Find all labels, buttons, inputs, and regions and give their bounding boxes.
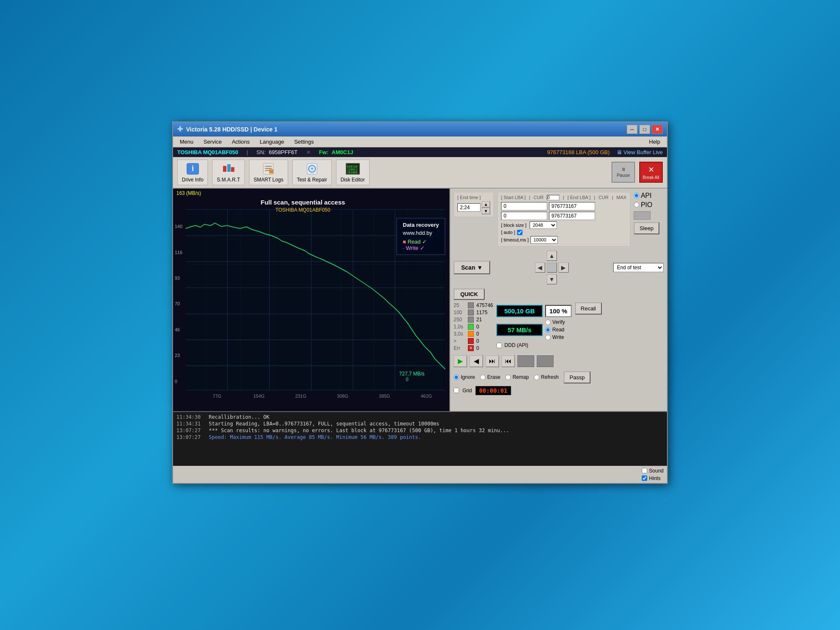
grid-checkbox[interactable] xyxy=(454,388,459,393)
remap-radio[interactable] xyxy=(505,375,511,380)
playback-indicator1 xyxy=(517,355,534,367)
menu-item-service[interactable]: Service xyxy=(199,137,227,146)
menu-item-language[interactable]: Language xyxy=(255,137,289,146)
test-repair-button[interactable]: + Test & Repair xyxy=(292,160,332,185)
nav-left-button[interactable]: ◀ xyxy=(535,262,545,273)
nav-down-button[interactable]: ▼ xyxy=(547,274,557,284)
refresh-radio-row: Refresh xyxy=(534,374,559,380)
bottom-bar: Sound Hints xyxy=(173,466,667,483)
close-button[interactable]: ✕ xyxy=(652,125,663,134)
nav-center-button[interactable] xyxy=(547,262,557,273)
end-time-up[interactable]: ▲ xyxy=(482,201,490,207)
cur-value-input[interactable] xyxy=(547,195,559,200)
sound-label[interactable]: Sound xyxy=(642,468,664,474)
lba-block: [ Start LBA ] | CUR | [ End LBA ] | CUR … xyxy=(497,192,630,247)
smart-logs-icon xyxy=(261,162,276,176)
log-row-2: 13:07:27 *** Scan results: no warnings, … xyxy=(176,427,664,434)
menu-item-help[interactable]: Help xyxy=(644,137,665,146)
end-time-down[interactable]: ▼ xyxy=(482,208,490,214)
svg-rect-9 xyxy=(269,169,273,173)
app-icon: ✚ xyxy=(177,125,183,133)
menu-item-actions[interactable]: Actions xyxy=(227,137,255,146)
scan-button[interactable]: Scan ▼ xyxy=(454,261,490,274)
sn-close-icon[interactable]: ✕ xyxy=(306,149,311,155)
maximize-button[interactable]: □ xyxy=(639,125,650,134)
view-buffer-button[interactable]: 🖥 View Buffer Live xyxy=(617,149,663,155)
log-msg-2: *** Scan results: no warnings, no errors… xyxy=(209,428,509,433)
stat-value-250: 21 xyxy=(476,317,482,323)
device-sn-value: 6958PFF6T xyxy=(269,149,298,155)
api-radio[interactable] xyxy=(634,193,639,198)
timeout-select[interactable]: 10000500030000 xyxy=(530,236,558,244)
chart-panel: 163 (MB/s) 140 116 93 70 46 23 0 xyxy=(173,189,450,411)
log-row-3: 13:07:27 Speed: Maximum 115 MB/s. Averag… xyxy=(176,434,664,441)
log-msg-3: Speed: Maximum 115 MB/s. Average 85 MB/s… xyxy=(209,434,421,440)
stat-row-3s: 3,0s 0 xyxy=(454,331,493,337)
read-radio[interactable] xyxy=(545,327,551,333)
drive-info-icon: i xyxy=(185,162,200,176)
top-controls: [ End time ] ▲ ▼ [ Start LBA ] | CUR xyxy=(454,192,664,247)
nav-right-button[interactable]: ▶ xyxy=(559,262,569,273)
end-time-input[interactable] xyxy=(457,203,480,212)
device-lba: 976773168 LBA (500 GB) xyxy=(547,149,610,155)
drive-info-button[interactable]: i Drive Info xyxy=(177,160,208,185)
capacity-row: 500,10 GB 100 % xyxy=(496,305,572,317)
refresh-radio[interactable] xyxy=(534,375,539,380)
window-title: Victoria 5.28 HDD/SSD | Device 1 xyxy=(186,126,278,133)
hints-label[interactable]: Hints xyxy=(642,475,664,481)
stat-value-1s: 0 xyxy=(476,324,479,330)
quick-button[interactable]: QUICK xyxy=(454,289,485,300)
erase-radio[interactable] xyxy=(480,375,486,380)
block-size-select[interactable]: 204851210244096 xyxy=(530,221,557,229)
stat-bar-250 xyxy=(468,317,474,323)
verify-radio[interactable] xyxy=(545,320,551,325)
sleep-button[interactable]: Sleep xyxy=(634,222,659,234)
end-of-test-select[interactable]: End of test xyxy=(613,263,664,272)
write-radio[interactable] xyxy=(545,335,551,340)
recall-button[interactable]: Recall xyxy=(575,302,602,315)
passp-button[interactable]: Passp xyxy=(564,371,591,383)
menu-item-settings[interactable]: Settings xyxy=(289,137,319,146)
ddd-checkbox[interactable] xyxy=(496,343,502,348)
erase-radio-row: Erase xyxy=(480,374,500,380)
nav-up-button[interactable]: ▲ xyxy=(547,251,557,261)
smart-logs-button[interactable]: SMART Logs xyxy=(249,160,288,185)
disk-editor-button[interactable]: 010110 110011 101000 Disk Editor xyxy=(336,160,370,185)
pause-button[interactable]: ⏸ Pause xyxy=(612,162,635,183)
sound-checkbox[interactable] xyxy=(642,468,647,473)
pio-radio[interactable] xyxy=(634,202,639,207)
skip-end-button[interactable]: ⏮ xyxy=(501,355,515,367)
start-lba-input[interactable] xyxy=(501,202,547,210)
stat-row-err: Err ✕ 0 xyxy=(454,345,493,351)
menu-item-menu[interactable]: Menu xyxy=(175,137,199,146)
hints-checkbox[interactable] xyxy=(642,475,647,481)
ignore-radio[interactable] xyxy=(454,375,459,380)
percent-display: 100 % xyxy=(545,305,572,317)
device-name: TOSHIBA MQ01ABF050 xyxy=(177,149,238,155)
end-lba-input[interactable] xyxy=(549,202,595,210)
start-lba-input2[interactable] xyxy=(501,212,547,220)
rewind-button[interactable]: ◀ xyxy=(470,355,483,367)
end-lba-input2[interactable] xyxy=(549,212,595,220)
stat-value-100: 1175 xyxy=(476,310,488,315)
pause-icon: ⏸ xyxy=(621,167,626,172)
monitor-icon: 🖥 xyxy=(617,149,622,155)
log-time-1: 11:34:31 xyxy=(176,421,204,427)
stat-label-gt: > xyxy=(454,338,465,344)
break-all-button[interactable]: ✕ Break All xyxy=(639,162,663,183)
lba-header: [ Start LBA ] | CUR | [ End LBA ] | CUR … xyxy=(501,195,627,200)
device-sn: SN: 6958PFF6T xyxy=(257,149,298,155)
minimize-button[interactable]: ─ xyxy=(627,125,638,134)
play-button[interactable]: ▶ xyxy=(454,355,467,367)
log-panel: 11:34:30 Recallibration... OK 11:34:31 S… xyxy=(173,411,667,466)
auto-checkbox[interactable] xyxy=(517,230,522,235)
right-panel: [ End time ] ▲ ▼ [ Start LBA ] | CUR xyxy=(450,189,667,411)
chart-legend: Data recovery www.hdd.by ■ Read ✓ · Writ… xyxy=(396,218,445,255)
api-pio-section: API PIO Sleep xyxy=(634,192,659,234)
svg-text:TOSHIBA MQ01ABF050: TOSHIBA MQ01ABF050 xyxy=(276,207,331,213)
fast-forward-button[interactable]: ⏭ xyxy=(486,355,499,367)
legend-site: www.hdd.by xyxy=(403,230,439,236)
smart-button[interactable]: S.M.A.R.T xyxy=(212,160,244,185)
disk-editor-icon: 010110 110011 101000 xyxy=(345,162,360,176)
stat-value-gt: 0 xyxy=(476,338,479,344)
